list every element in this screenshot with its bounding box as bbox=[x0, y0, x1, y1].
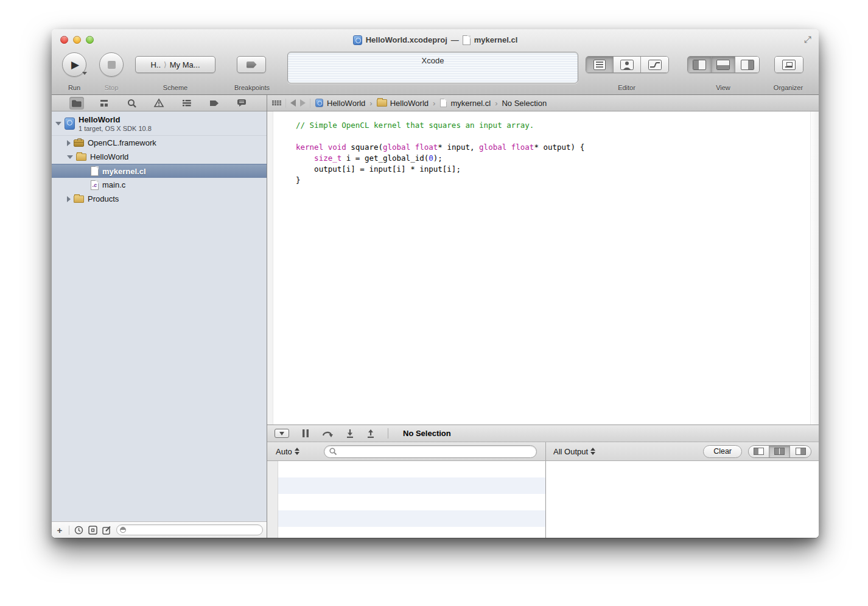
console-output-popup[interactable]: All Output bbox=[553, 447, 595, 456]
navigator-filter-field[interactable] bbox=[116, 524, 263, 535]
minimize-button[interactable] bbox=[73, 36, 81, 44]
breakpoint-navigator-button[interactable] bbox=[207, 97, 222, 110]
xcodeproj-icon bbox=[315, 99, 323, 107]
search-input[interactable] bbox=[340, 446, 531, 456]
breakpoints-button[interactable] bbox=[237, 56, 266, 73]
issue-navigator-button[interactable] bbox=[152, 97, 166, 110]
organizer-segmented bbox=[774, 56, 803, 73]
show-utilities-button[interactable] bbox=[735, 57, 759, 72]
left-pane-icon bbox=[754, 448, 764, 455]
version-editor-button[interactable] bbox=[641, 57, 668, 72]
source-editor[interactable]: // Simple OpenCL kernel that squares an … bbox=[267, 111, 819, 425]
back-button[interactable] bbox=[290, 99, 296, 107]
standard-editor-button[interactable] bbox=[586, 57, 614, 72]
disclosure-triangle[interactable] bbox=[67, 140, 71, 146]
editor-scrollbar[interactable] bbox=[810, 111, 819, 425]
stop-button[interactable] bbox=[99, 52, 124, 77]
tree-item-main-c[interactable]: .c main.c bbox=[52, 178, 267, 192]
variables-list[interactable] bbox=[278, 461, 545, 538]
breadcrumb-file[interactable]: mykernel.cl bbox=[439, 98, 491, 108]
filter-icon bbox=[120, 527, 126, 533]
project-row[interactable]: HelloWorld 1 target, OS X SDK 10.8 bbox=[52, 111, 267, 136]
tree-item-products[interactable]: Products bbox=[52, 192, 267, 206]
related-items-button[interactable] bbox=[272, 100, 281, 105]
titlebar[interactable]: HelloWorld.xcodeproj — mykernel.cl ⤢ bbox=[52, 29, 819, 51]
clear-console-button[interactable]: Clear bbox=[703, 445, 742, 458]
disclosure-triangle[interactable] bbox=[55, 122, 61, 125]
log-navigator-button[interactable] bbox=[234, 97, 249, 110]
title-dash: — bbox=[451, 35, 459, 44]
show-debug-area-button[interactable] bbox=[712, 57, 735, 72]
breadcrumb-selection[interactable]: No Selection bbox=[502, 99, 547, 108]
zoom-button[interactable] bbox=[86, 36, 94, 44]
tree-item-helloworld-group[interactable]: HelloWorld bbox=[52, 150, 267, 164]
console-view[interactable] bbox=[546, 461, 819, 538]
view-segmented bbox=[687, 56, 760, 73]
activity-viewer: Xcode bbox=[287, 52, 578, 83]
assistant-editor-icon bbox=[620, 60, 634, 70]
step-out-icon bbox=[367, 429, 374, 438]
code-line: // Simple OpenCL kernel that squares an … bbox=[296, 120, 807, 131]
breadcrumb-group[interactable]: HelloWorld bbox=[377, 99, 429, 108]
breakpoints-label: Breakpoints bbox=[219, 84, 285, 91]
code-line: output[i] = input[i] * input[i]; bbox=[296, 164, 807, 175]
project-name: HelloWorld bbox=[79, 115, 152, 124]
play-icon: ▶ bbox=[71, 58, 79, 71]
forward-button[interactable] bbox=[300, 99, 306, 107]
project-icon bbox=[65, 118, 75, 130]
file-icon bbox=[91, 166, 99, 176]
run-button[interactable]: ▶ bbox=[62, 52, 86, 77]
navigator-filter-bar: + bbox=[52, 521, 267, 538]
fullscreen-icon[interactable]: ⤢ bbox=[804, 34, 811, 45]
group-folder-icon bbox=[74, 196, 84, 203]
symbol-navigator-button[interactable] bbox=[97, 97, 111, 110]
tree-item-opencl-framework[interactable]: OpenCL.framework bbox=[52, 136, 267, 150]
folder-icon bbox=[72, 99, 82, 107]
search-navigator-button[interactable] bbox=[124, 97, 139, 110]
step-out-button[interactable] bbox=[367, 429, 374, 438]
debug-navigator-button[interactable] bbox=[180, 97, 194, 110]
project-navigator-button[interactable] bbox=[69, 97, 84, 110]
organizer-button[interactable] bbox=[775, 57, 803, 72]
variables-only-button[interactable] bbox=[749, 446, 769, 457]
step-over-button[interactable] bbox=[322, 429, 333, 437]
recent-files-button[interactable] bbox=[74, 526, 83, 535]
code-line: size_t i = get_global_id(0); bbox=[296, 153, 807, 164]
debug-pane-icon bbox=[716, 60, 730, 70]
hide-debug-area-button[interactable] bbox=[275, 429, 289, 438]
utilities-pane-icon bbox=[741, 60, 754, 70]
project-navigator-tree: HelloWorld 1 target, OS X SDK 10.8 OpenC… bbox=[52, 111, 267, 521]
stop-icon bbox=[108, 61, 116, 69]
add-button[interactable]: + bbox=[55, 525, 64, 535]
search-icon bbox=[127, 99, 136, 108]
pause-button[interactable] bbox=[303, 429, 309, 437]
scm-status-button[interactable] bbox=[88, 526, 97, 535]
tree-item-label: HelloWorld bbox=[90, 152, 128, 161]
popup-arrows-icon bbox=[590, 448, 595, 455]
variables-and-console-button[interactable] bbox=[769, 446, 790, 457]
close-button[interactable] bbox=[60, 36, 68, 44]
window-chrome: HelloWorld.xcodeproj — mykernel.cl ⤢ ▶ R… bbox=[52, 29, 819, 95]
step-over-icon bbox=[322, 429, 333, 437]
editor-mode-segmented bbox=[586, 56, 669, 73]
unsaved-files-button[interactable] bbox=[102, 526, 111, 535]
console-only-button[interactable] bbox=[790, 446, 811, 457]
tree-item-mykernel[interactable]: mykernel.cl bbox=[52, 164, 267, 178]
breadcrumb-project[interactable]: HelloWorld bbox=[315, 98, 365, 108]
crumb-separator: › bbox=[369, 99, 372, 108]
show-navigator-button[interactable] bbox=[688, 57, 712, 72]
variables-search-field[interactable] bbox=[324, 445, 537, 458]
tree-item-label: mykernel.cl bbox=[102, 167, 146, 176]
title-project: HelloWorld.xcodeproj bbox=[366, 35, 447, 44]
popup-arrows-icon bbox=[295, 448, 299, 455]
tree-item-label: main.c bbox=[102, 180, 125, 189]
variables-view[interactable] bbox=[267, 461, 546, 538]
disclosure-triangle[interactable] bbox=[67, 196, 71, 202]
xcode-window: HelloWorld.xcodeproj — mykernel.cl ⤢ ▶ R… bbox=[52, 29, 819, 538]
disclosure-triangle[interactable] bbox=[67, 155, 73, 159]
scheme-selector[interactable]: H.. ⟩ My Ma... bbox=[135, 56, 215, 73]
variables-scope-popup[interactable]: Auto bbox=[276, 447, 299, 456]
assistant-editor-button[interactable] bbox=[614, 57, 641, 72]
step-into-button[interactable] bbox=[346, 429, 354, 438]
code-text[interactable]: // Simple OpenCL kernel that squares an … bbox=[296, 120, 807, 186]
